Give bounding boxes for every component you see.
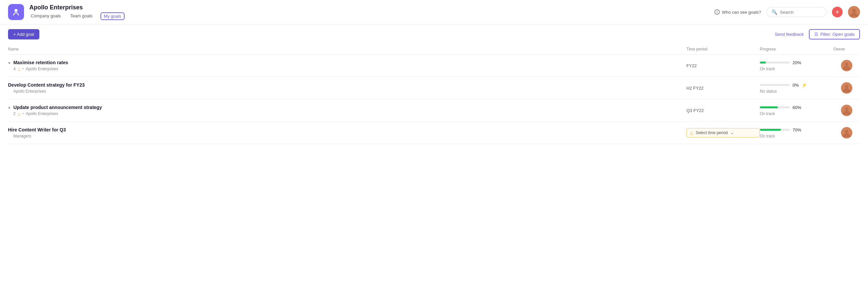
time-period-cell: H2 FY22	[686, 86, 760, 91]
goal-title-text: Update product announcement strategy	[13, 105, 102, 110]
goal-name-cell: ► Update product announcement strategy 2…	[8, 105, 686, 116]
tab-my-goals[interactable]: My goals	[100, 12, 125, 20]
progress-pct: 70%	[793, 128, 801, 132]
goal-title-text: Hire Content Writer for Q3	[8, 127, 66, 132]
filter-button[interactable]: ☰ Filter: Open goals	[809, 29, 860, 39]
time-period-cell: Q3 FY22	[686, 108, 760, 113]
owner-avatar	[841, 82, 852, 94]
table-row: ► Update product announcement strategy 2…	[8, 99, 860, 122]
goal-title[interactable]: ► Update product announcement strategy	[8, 105, 686, 110]
progress-bar-bg	[760, 61, 790, 63]
table-header: Name Time period Progress Owner	[8, 44, 860, 55]
progress-row: 20%	[760, 60, 833, 65]
meta-count: 4	[13, 66, 16, 71]
progress-pct: 0%	[793, 83, 799, 88]
progress-cell: 20% On track	[760, 60, 833, 71]
progress-bar-bg	[760, 129, 790, 131]
goal-title[interactable]: ► Maximise retention rates	[8, 60, 686, 65]
dot-separator: •	[22, 66, 24, 71]
nav-tabs: Company goals Team goals My goals	[29, 12, 125, 20]
meta-org: Apollo Enterprises	[13, 89, 46, 94]
filter-label: Filter: Open goals	[820, 32, 855, 37]
progress-status: On track	[760, 111, 833, 116]
progress-pct: 20%	[793, 60, 801, 65]
info-icon: i	[714, 9, 720, 15]
meta-count: 2	[13, 111, 16, 116]
goal-name-cell: Develop Content strategy for FY23 Apollo…	[8, 82, 686, 94]
svg-point-4	[845, 62, 848, 66]
svg-point-0	[14, 9, 18, 12]
dot-separator: •	[22, 111, 24, 116]
time-period-cell: △ Select time period ⌄	[686, 128, 760, 137]
meta-org: Apollo Enterprises	[26, 111, 58, 116]
table-row: Hire Content Writer for Q3 Managers △ Se…	[8, 122, 860, 144]
goal-name-cell: ► Maximise retention rates 4 △ • Apollo …	[8, 60, 686, 71]
owner-cell	[833, 82, 860, 94]
user-avatar-header[interactable]	[848, 6, 860, 18]
tab-company-goals[interactable]: Company goals	[29, 13, 62, 20]
tab-team-goals[interactable]: Team goals	[69, 13, 93, 20]
svg-point-10	[845, 130, 848, 133]
goal-title-text: Develop Content strategy for FY23	[8, 82, 85, 88]
toolbar: + Add goal Send feedback ☰ Filter: Open …	[0, 24, 868, 44]
goal-meta: 2 △ • Apollo Enterprises	[13, 111, 686, 116]
send-feedback-link[interactable]: Send feedback	[775, 32, 804, 37]
time-period-text: Q3 FY22	[686, 108, 704, 113]
progress-status: On track	[760, 66, 833, 71]
warning-icon: △	[18, 112, 20, 116]
goal-name-cell: Hire Content Writer for Q3 Managers	[8, 127, 686, 138]
search-box[interactable]: 🔍	[767, 7, 827, 17]
add-goal-button[interactable]: + Add goal	[8, 29, 39, 39]
expand-icon[interactable]: ►	[8, 61, 11, 64]
who-can-see-label: Who can see goals?	[722, 10, 761, 15]
time-period-select[interactable]: △ Select time period ⌄	[686, 128, 760, 137]
progress-cell: 0% ⚡ No status	[760, 83, 833, 94]
expand-icon[interactable]: ►	[8, 106, 11, 109]
progress-bar-bg	[760, 84, 790, 86]
search-input[interactable]	[780, 10, 822, 15]
owner-cell	[833, 127, 860, 138]
lightning-icon: ⚡	[802, 83, 807, 88]
svg-point-6	[845, 85, 848, 88]
progress-bar-fill	[760, 106, 778, 108]
company-logo	[8, 4, 24, 20]
time-period-text: FY22	[686, 63, 697, 68]
owner-cell	[833, 60, 860, 71]
progress-cell: 60% On track	[760, 105, 833, 116]
progress-status: On track	[760, 134, 833, 138]
progress-bar-bg	[760, 106, 790, 108]
progress-row: 70%	[760, 128, 833, 132]
table-row: Develop Content strategy for FY23 Apollo…	[8, 77, 860, 99]
warn-icon: △	[690, 131, 693, 135]
progress-bar-fill	[760, 129, 781, 131]
add-button[interactable]: +	[832, 7, 843, 18]
progress-row: 0% ⚡	[760, 83, 833, 88]
filter-icon: ☰	[814, 32, 818, 37]
goal-title[interactable]: Develop Content strategy for FY23	[8, 82, 686, 88]
who-can-see-goals[interactable]: i Who can see goals?	[714, 9, 761, 15]
search-icon: 🔍	[772, 9, 777, 15]
warning-icon: △	[18, 67, 20, 71]
owner-avatar	[841, 60, 852, 71]
owner-avatar	[841, 105, 852, 116]
header: Apollo Enterprises Company goals Team go…	[0, 0, 868, 24]
col-time: Time period	[686, 47, 760, 52]
meta-org: Managers	[13, 134, 31, 138]
goal-meta: Managers	[13, 134, 686, 138]
owner-avatar	[841, 127, 852, 138]
title-area: Apollo Enterprises Company goals Team go…	[29, 4, 125, 20]
goals-table: Name Time period Progress Owner ► Maximi…	[0, 44, 868, 144]
progress-pct: 60%	[793, 105, 801, 110]
header-right: i Who can see goals? 🔍 +	[714, 6, 860, 18]
svg-point-8	[845, 107, 848, 111]
goal-title-text: Maximise retention rates	[13, 60, 68, 65]
col-progress: Progress	[760, 47, 833, 52]
goal-title[interactable]: Hire Content Writer for Q3	[8, 127, 686, 132]
chevron-down-icon: ⌄	[731, 131, 734, 135]
time-period-select-label: Select time period	[696, 131, 728, 135]
toolbar-right: Send feedback ☰ Filter: Open goals	[775, 29, 860, 39]
progress-bar-fill	[760, 61, 766, 63]
time-period-cell: FY22	[686, 63, 760, 68]
svg-point-2	[852, 9, 856, 13]
time-period-text: H2 FY22	[686, 86, 704, 91]
